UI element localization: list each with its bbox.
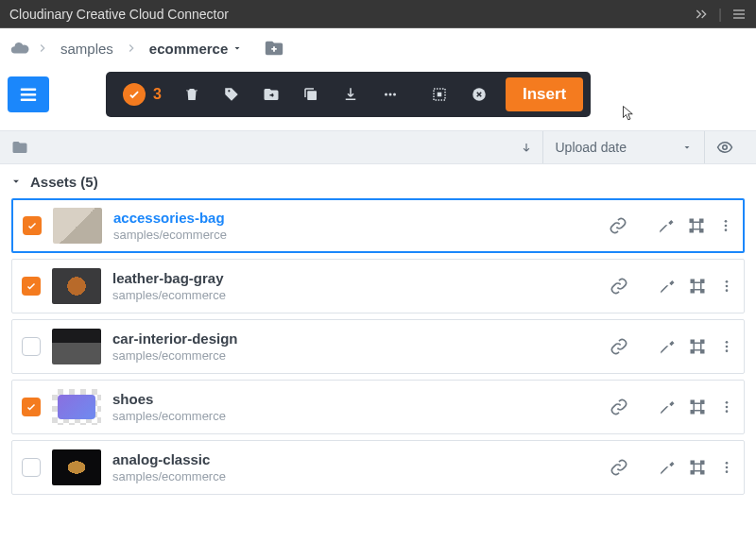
kebab-icon[interactable]: [719, 399, 734, 415]
asset-path: samples/ecommerce: [112, 409, 579, 423]
asset-path: samples/ecommerce: [112, 348, 579, 363]
svg-rect-38: [694, 403, 701, 411]
insert-button[interactable]: Insert: [506, 77, 583, 111]
transform-icon[interactable]: [688, 217, 705, 234]
select-all-button[interactable]: [421, 77, 458, 111]
main-menu-button[interactable]: [8, 76, 49, 112]
copy-link-button[interactable]: [590, 216, 646, 235]
move-folder-button[interactable]: [252, 77, 290, 111]
svg-rect-11: [438, 93, 442, 97]
check-circle-icon: [123, 83, 146, 106]
svg-rect-32: [701, 340, 704, 343]
cloud-icon[interactable]: [9, 38, 30, 59]
sort-field-label: Upload date: [555, 140, 627, 155]
asset-thumbnail[interactable]: [52, 268, 101, 304]
settings-icon[interactable]: [659, 278, 676, 295]
svg-rect-33: [691, 350, 694, 353]
selection-toolbar: 3: [106, 72, 591, 117]
transform-icon[interactable]: [689, 459, 706, 476]
window-title: Cloudinary Creative Cloud Connector: [9, 7, 229, 22]
asset-thumbnail[interactable]: [52, 389, 101, 425]
copy-link-button[interactable]: [591, 398, 647, 416]
transform-icon[interactable]: [689, 398, 706, 415]
download-button[interactable]: [332, 77, 369, 111]
svg-rect-15: [690, 219, 693, 222]
sort-field-select[interactable]: Upload date: [542, 131, 704, 163]
svg-rect-46: [694, 464, 701, 471]
visibility-toggle[interactable]: [704, 131, 745, 163]
row-checkbox[interactable]: [22, 337, 41, 356]
svg-rect-2: [733, 17, 745, 18]
copy-link-button[interactable]: [591, 337, 647, 356]
clear-selection-button[interactable]: [460, 77, 498, 111]
kebab-icon[interactable]: [719, 279, 734, 294]
row-checkbox[interactable]: [22, 277, 41, 296]
svg-point-37: [726, 349, 729, 352]
asset-row[interactable]: accessories-bag samples/ecommerce: [11, 198, 745, 253]
caret-down-icon: [9, 175, 23, 188]
kebab-icon[interactable]: [719, 460, 734, 475]
breadcrumb-current[interactable]: ecommerce: [144, 37, 249, 60]
collapse-icon[interactable]: [694, 7, 709, 22]
panel-menu-icon[interactable]: [731, 7, 747, 22]
kebab-icon[interactable]: [719, 339, 734, 354]
copy-link-button[interactable]: [591, 277, 647, 296]
row-checkbox[interactable]: [23, 216, 42, 235]
breadcrumb-current-label: ecommerce: [149, 41, 228, 57]
svg-point-53: [726, 470, 729, 473]
row-actions: [659, 278, 734, 295]
asset-path: samples/ecommerce: [112, 469, 579, 483]
settings-icon[interactable]: [659, 398, 676, 415]
settings-icon[interactable]: [659, 338, 676, 355]
collection-button[interactable]: [292, 77, 330, 111]
svg-rect-34: [701, 350, 704, 353]
asset-thumbnail[interactable]: [53, 208, 102, 244]
svg-rect-39: [691, 400, 694, 403]
row-checkbox[interactable]: [22, 458, 41, 477]
assets-header[interactable]: Assets (5): [0, 164, 756, 198]
asset-row[interactable]: leather-bag-gray samples/ecommerce: [11, 259, 745, 313]
asset-row[interactable]: car-interior-design samples/ecommerce: [11, 319, 745, 374]
breadcrumb-item[interactable]: samples: [55, 37, 119, 60]
svg-rect-5: [21, 99, 37, 101]
svg-rect-0: [733, 9, 745, 10]
row-actions: [659, 398, 734, 415]
asset-thumbnail[interactable]: [52, 449, 101, 485]
asset-thumbnail[interactable]: [52, 329, 101, 364]
settings-icon[interactable]: [658, 217, 675, 234]
asset-row[interactable]: shoes samples/ecommerce: [11, 380, 745, 434]
copy-link-button[interactable]: [591, 458, 647, 477]
chevron-right-icon: [36, 42, 49, 55]
transform-icon[interactable]: [689, 338, 706, 355]
svg-rect-26: [701, 290, 704, 293]
asset-row[interactable]: analog-classic samples/ecommerce: [11, 440, 745, 495]
sort-direction-icon[interactable]: [510, 141, 542, 154]
row-checkbox[interactable]: [22, 398, 41, 416]
asset-path: samples/ecommerce: [113, 228, 578, 242]
svg-point-7: [385, 93, 387, 96]
svg-point-8: [388, 93, 391, 96]
svg-point-35: [726, 341, 729, 344]
more-button[interactable]: [371, 77, 409, 111]
folder-icon[interactable]: [11, 139, 28, 156]
asset-name: leather-bag-gray: [112, 270, 579, 286]
transform-icon[interactable]: [689, 278, 706, 295]
sort-row: Upload date: [0, 130, 756, 164]
new-folder-button[interactable]: [264, 38, 284, 59]
svg-point-20: [725, 225, 728, 228]
toolbar: 3: [0, 68, 756, 130]
divider-icon: |: [718, 7, 722, 22]
caret-down-icon: [232, 42, 243, 54]
window-titlebar: Cloudinary Creative Cloud Connector |: [0, 0, 756, 28]
cursor-icon: [619, 105, 636, 122]
asset-name-column: shoes samples/ecommerce: [112, 391, 579, 423]
svg-rect-47: [691, 461, 694, 464]
svg-point-44: [726, 406, 729, 409]
svg-rect-24: [701, 279, 704, 282]
tag-button[interactable]: [213, 77, 250, 111]
svg-rect-30: [694, 343, 701, 350]
settings-icon[interactable]: [659, 459, 676, 476]
delete-button[interactable]: [173, 77, 211, 111]
asset-name: car-interior-design: [112, 330, 579, 347]
kebab-icon[interactable]: [718, 218, 733, 233]
